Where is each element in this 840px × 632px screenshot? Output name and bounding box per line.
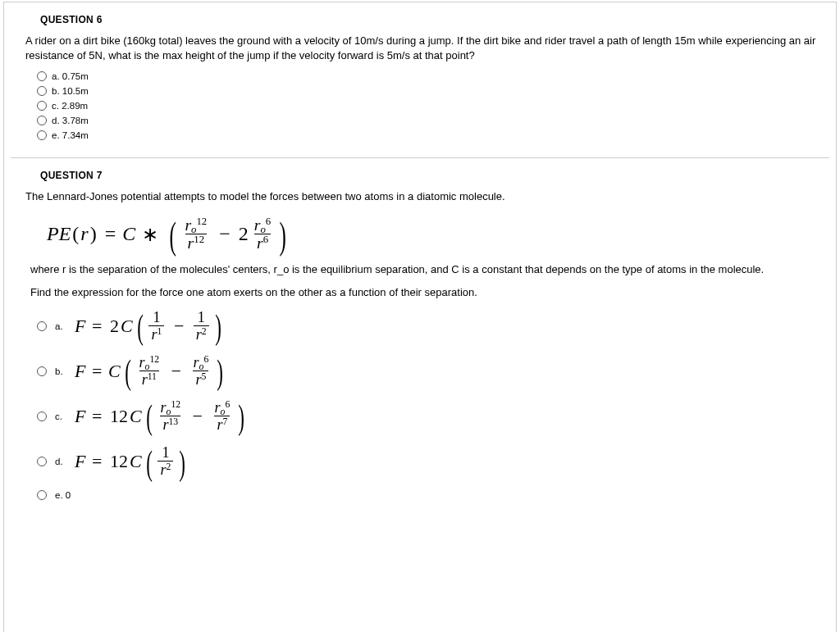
question-7-body: The Lennard-Jones potential attempts to … xyxy=(21,189,819,507)
q6-option-d[interactable]: d. 3.78m xyxy=(25,113,819,128)
q7-option-d[interactable]: d. F = 12C( 1 r2 ) xyxy=(25,439,819,484)
question-7: QUESTION 7 The Lennard-Jones potential a… xyxy=(4,158,836,521)
q7-letter-b: b. xyxy=(55,366,66,376)
q7-radio-b[interactable] xyxy=(37,366,47,376)
q7-formula-a: F = 2C( 1 r1 − 1 r2 ) xyxy=(75,310,224,342)
q7-formula-d: F = 12C( 1 r2 ) xyxy=(75,445,188,477)
question-6-body: A rider on a dirt bike (160kg total) lea… xyxy=(21,34,819,143)
question-7-intro: The Lennard-Jones potential attempts to … xyxy=(25,189,819,204)
q7-letter-c: c. xyxy=(55,411,66,421)
q6-radio-c[interactable] xyxy=(37,101,47,111)
q6-label-e: e. 7.34m xyxy=(52,130,89,140)
q7-radio-a[interactable] xyxy=(37,321,47,331)
q6-radio-e[interactable] xyxy=(37,130,47,140)
q6-option-e[interactable]: e. 7.34m xyxy=(25,128,819,143)
q7-label-e: e. 0 xyxy=(55,490,71,500)
q7-radio-e[interactable] xyxy=(37,490,47,500)
q7-radio-d[interactable] xyxy=(37,457,47,466)
q6-label-b: b. 10.5m xyxy=(52,86,89,96)
q7-radio-c[interactable] xyxy=(37,411,47,421)
q6-radio-b[interactable] xyxy=(37,86,47,96)
q6-label-a: a. 0.75m xyxy=(52,71,89,81)
q6-radio-d[interactable] xyxy=(37,116,47,125)
q7-option-b[interactable]: b. F = C( ro12 r11 − ro6 r5 ) xyxy=(25,348,819,393)
question-6-header: QUESTION 6 xyxy=(21,11,819,34)
q7-formula-c: F = 12C( ro12 r13 − ro6 r7 ) xyxy=(75,400,247,432)
q6-label-c: c. 2.89m xyxy=(52,101,88,111)
q7-option-e[interactable]: e. 0 xyxy=(25,484,819,507)
q7-main-formula: PE(r) = C ∗ ( ro12 r12 − 2 ro6 r6 ) xyxy=(25,211,819,258)
page-container: QUESTION 6 A rider on a dirt bike (160kg… xyxy=(3,2,837,632)
q6-option-b[interactable]: b. 10.5m xyxy=(25,84,819,98)
q6-option-c[interactable]: c. 2.89m xyxy=(25,98,819,113)
q7-explain-2: Find the expression for the force one at… xyxy=(25,281,819,304)
q7-option-a[interactable]: a. F = 2C( 1 r1 − 1 r2 ) xyxy=(25,303,819,348)
question-7-header: QUESTION 7 xyxy=(21,166,819,189)
q7-letter-a: a. xyxy=(55,321,66,331)
q7-option-c[interactable]: c. F = 12C( ro12 r13 − ro6 r7 ) xyxy=(25,393,819,439)
q7-formula-b: F = C( ro12 r11 − ro6 r5 ) xyxy=(75,355,226,387)
q7-letter-d: d. xyxy=(55,457,66,466)
q7-explain-1: where r is the separation of the molecul… xyxy=(25,258,819,281)
q6-label-d: d. 3.78m xyxy=(52,116,89,125)
question-6-prompt: A rider on a dirt bike (160kg total) lea… xyxy=(25,34,819,62)
q6-option-a[interactable]: a. 0.75m xyxy=(25,69,819,84)
question-6: QUESTION 6 A rider on a dirt bike (160kg… xyxy=(4,2,836,157)
q6-radio-a[interactable] xyxy=(37,71,47,81)
